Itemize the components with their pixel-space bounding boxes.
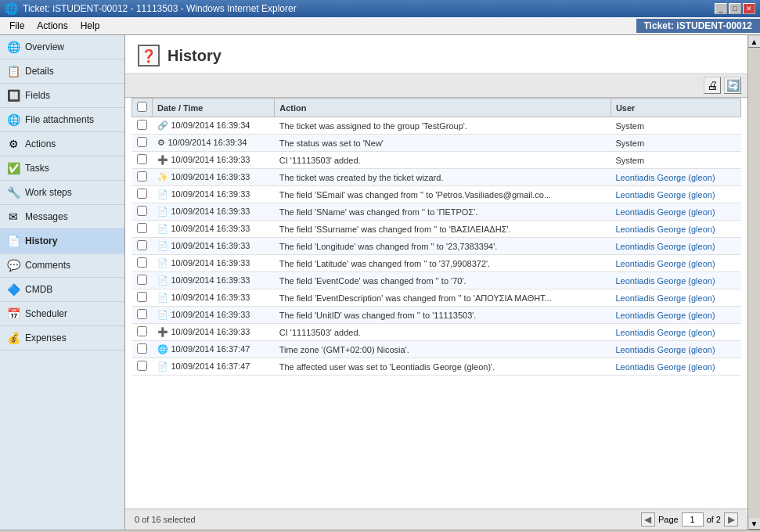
table-row[interactable]: ✨10/09/2014 16:39:33The ticket was creat…: [132, 169, 741, 186]
cell-action: The field 'EventDescription' was changed…: [275, 289, 611, 307]
page-number-input[interactable]: [682, 512, 704, 527]
table-row[interactable]: 📄10/09/2014 16:37:47The affected user wa…: [132, 358, 741, 376]
minimize-button[interactable]: _: [715, 3, 727, 14]
sidebar-item-history[interactable]: 📄 History: [0, 229, 124, 253]
sidebar-item-overview[interactable]: 🌐 Overview: [0, 35, 124, 59]
cell-user: Leontiadis George (gleon): [611, 221, 740, 238]
sidebar-item-work-steps[interactable]: 🔧 Work steps: [0, 181, 124, 205]
cell-datetime: 📄10/09/2014 16:39:33: [153, 221, 275, 238]
col-header-datetime: Date / Time: [153, 99, 275, 117]
cell-datetime: 📄10/09/2014 16:39:33: [153, 307, 275, 324]
sidebar-label-details: Details: [25, 66, 54, 77]
sidebar-item-expenses[interactable]: 💰 Expenses: [0, 326, 124, 350]
cell-action: CI '11113503' added.: [275, 324, 611, 341]
file-attachments-icon: 🌐: [6, 113, 20, 127]
scroll-up-button[interactable]: ▲: [748, 35, 761, 48]
select-all-checkbox[interactable]: [137, 102, 147, 112]
row-checkbox[interactable]: [137, 206, 147, 216]
row-checkbox[interactable]: [137, 240, 147, 250]
next-page-button[interactable]: ▶: [724, 512, 738, 527]
cell-user: Leontiadis George (gleon): [611, 324, 740, 341]
table-row[interactable]: 📄10/09/2014 16:39:33The field 'SEmail' w…: [132, 186, 741, 203]
history-icon: 📄: [6, 234, 20, 248]
print-button[interactable]: 🖨: [704, 77, 721, 94]
row-checkbox[interactable]: [137, 189, 147, 199]
cell-datetime: 📄10/09/2014 16:39:33: [153, 203, 275, 221]
sidebar-item-comments[interactable]: 💬 Comments: [0, 253, 124, 278]
table-row[interactable]: 📄10/09/2014 16:39:33The field 'Latitude'…: [132, 255, 741, 272]
row-checkbox[interactable]: [137, 137, 147, 147]
row-checkbox[interactable]: [137, 361, 147, 371]
row-checkbox[interactable]: [137, 343, 147, 354]
sidebar-item-cmdb[interactable]: 🔷 CMDB: [0, 278, 124, 302]
cell-action: The field 'Latitude' was changed from ''…: [275, 255, 611, 272]
cell-datetime: 📄10/09/2014 16:39:33: [153, 272, 275, 289]
scrollbar[interactable]: ▲ ▼: [747, 35, 760, 530]
scheduler-icon: 📅: [6, 307, 20, 321]
cell-action: Time zone '(GMT+02:00) Nicosia'.: [275, 341, 611, 358]
messages-icon: ✉: [6, 210, 20, 224]
row-checkbox[interactable]: [137, 309, 147, 319]
sidebar-label-file-attachments: File attachments: [25, 114, 94, 125]
row-checkbox[interactable]: [137, 171, 147, 182]
menu-actions[interactable]: Actions: [31, 19, 74, 33]
cell-user: Leontiadis George (gleon): [611, 186, 740, 203]
menu-items: File Actions Help: [0, 19, 636, 33]
cell-action: CI '11113503' added.: [275, 152, 611, 169]
row-checkbox[interactable]: [137, 326, 147, 336]
page-header-icon: ❓: [138, 45, 160, 66]
cell-user: Leontiadis George (gleon): [611, 255, 740, 272]
prev-page-button[interactable]: ◀: [641, 512, 655, 527]
row-checkbox[interactable]: [137, 275, 147, 285]
row-icon: 📄: [157, 361, 168, 371]
close-button[interactable]: ✕: [743, 3, 755, 14]
table-row[interactable]: ➕10/09/2014 16:39:33CI '11113503' added.…: [132, 324, 741, 341]
row-checkbox[interactable]: [137, 154, 147, 164]
table-row[interactable]: ➕10/09/2014 16:39:33CI '11113503' added.…: [132, 152, 741, 169]
cell-datetime: 📄10/09/2014 16:39:33: [153, 238, 275, 255]
refresh-icon: 🔄: [726, 79, 740, 92]
table-row[interactable]: 🌐10/09/2014 16:37:47Time zone '(GMT+02:0…: [132, 341, 741, 358]
sidebar-item-details[interactable]: 📋 Details: [0, 59, 124, 84]
sidebar-item-messages[interactable]: ✉ Messages: [0, 205, 124, 229]
cell-user: Leontiadis George (gleon): [611, 341, 740, 358]
table-row[interactable]: 📄10/09/2014 16:39:33The field 'Longitude…: [132, 238, 741, 255]
cell-action: The affected user was set to 'Leontiadis…: [275, 358, 611, 376]
cell-action: The ticket was assigned to the group 'Te…: [275, 117, 611, 135]
refresh-button[interactable]: 🔄: [724, 77, 741, 94]
sidebar-item-tasks[interactable]: ✅ Tasks: [0, 156, 124, 181]
maximize-button[interactable]: □: [729, 3, 741, 14]
work-steps-icon: 🔧: [6, 185, 20, 200]
sidebar-item-fields[interactable]: 🔲 Fields: [0, 84, 124, 108]
table-row[interactable]: 🔗10/09/2014 16:39:34The ticket was assig…: [132, 117, 741, 135]
row-checkbox[interactable]: [137, 292, 147, 302]
cell-datetime: 🌐10/09/2014 16:37:47: [153, 341, 275, 358]
pagination: ◀ Page of 2 ▶: [641, 512, 738, 527]
table-row[interactable]: 📄10/09/2014 16:39:33The field 'SSurname'…: [132, 221, 741, 238]
cell-user: System: [611, 152, 740, 169]
menu-help[interactable]: Help: [74, 19, 106, 33]
table-row[interactable]: 📄10/09/2014 16:39:33The field 'SName' wa…: [132, 203, 741, 221]
row-icon: 📄: [157, 258, 168, 268]
col-header-action: Action: [275, 99, 611, 117]
row-checkbox[interactable]: [137, 223, 147, 233]
scroll-down-button[interactable]: ▼: [748, 517, 761, 530]
sidebar-item-file-attachments[interactable]: 🌐 File attachments: [0, 108, 124, 132]
menu-file[interactable]: File: [3, 19, 31, 33]
sidebar-item-actions[interactable]: ⚙ Actions: [0, 132, 124, 156]
sidebar-item-scheduler[interactable]: 📅 Scheduler: [0, 302, 124, 326]
row-checkbox[interactable]: [137, 120, 147, 130]
table-row[interactable]: ⚙10/09/2014 16:39:34The status was set t…: [132, 135, 741, 152]
title-bar: 🌐 Ticket: iSTUDENT-00012 - 11113503 - Wi…: [0, 0, 760, 17]
fields-icon: 🔲: [6, 88, 20, 102]
table-row[interactable]: 📄10/09/2014 16:39:33The field 'EventDesc…: [132, 289, 741, 307]
table-row[interactable]: 📄10/09/2014 16:39:33The field 'EventCode…: [132, 272, 741, 289]
row-icon: ➕: [157, 155, 168, 164]
page-label: Page: [658, 515, 679, 524]
table-row[interactable]: 📄10/09/2014 16:39:33The field 'UnitID' w…: [132, 307, 741, 324]
sidebar-label-actions: Actions: [25, 138, 56, 149]
sidebar-label-comments: Comments: [25, 260, 70, 271]
cell-datetime: ➕10/09/2014 16:39:33: [153, 152, 275, 169]
cell-user: Leontiadis George (gleon): [611, 272, 740, 289]
row-checkbox[interactable]: [137, 257, 147, 268]
